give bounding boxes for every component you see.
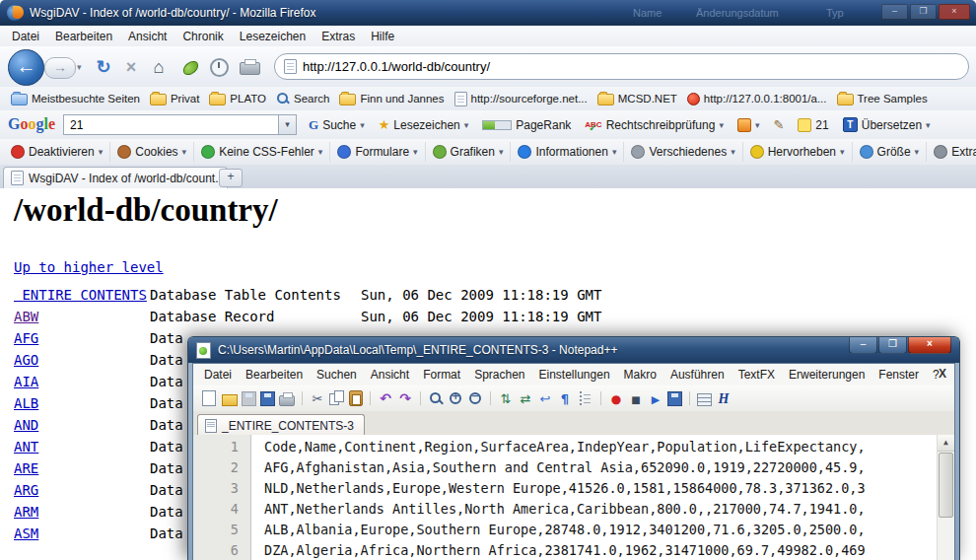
webdev-menu-button[interactable]: Deaktivieren [4, 142, 110, 162]
menu-item[interactable]: Erweiterungen [782, 366, 871, 384]
listing-name-link[interactable]: AGO [14, 352, 38, 368]
menu-item[interactable]: Sprachen [467, 366, 531, 384]
listing-name-link[interactable]: ARM [14, 504, 38, 520]
bookmark-item[interactable]: PLATO [204, 92, 271, 105]
toolbar-separator[interactable] [370, 391, 371, 405]
find-icon[interactable] [428, 390, 444, 406]
webdev-menu-button[interactable]: Grafiken [426, 142, 512, 162]
toolbar-separator[interactable] [420, 391, 421, 405]
menu-item[interactable]: Format [416, 366, 467, 384]
webdev-menu-button[interactable]: Formulare [330, 142, 425, 162]
address-bar[interactable]: http://127.0.0.1/world-db/country/ [274, 53, 969, 80]
bookmark-item[interactable]: Tree Samples [832, 92, 933, 105]
undo-icon[interactable] [378, 390, 393, 406]
menu-item[interactable]: Ausführen [663, 366, 732, 384]
menu-item[interactable]: Bearbeiten [47, 28, 120, 45]
webdev-menu-button[interactable]: Keine CSS-Fehler [194, 142, 330, 162]
stop-macro-icon[interactable] [628, 390, 644, 406]
sync-horizontal-scroll-icon[interactable] [518, 390, 533, 406]
pagerank-indicator[interactable]: PageRank [475, 118, 578, 132]
toolbar-separator[interactable] [600, 391, 601, 405]
autofill-button[interactable] [766, 117, 791, 132]
save-macro-icon[interactable] [667, 391, 682, 406]
open-file-icon[interactable] [222, 394, 238, 406]
bookmark-item[interactable]: http://127.0.0.1:8001/a... [682, 93, 832, 105]
stop-icon[interactable] [120, 56, 142, 78]
menu-item[interactable]: Bearbeiten [239, 366, 310, 384]
webdev-menu-button[interactable]: Extras [927, 142, 976, 162]
print-icon[interactable] [240, 62, 260, 75]
toolbar-separator[interactable] [689, 391, 690, 405]
menu-item[interactable]: Lesezeichen [232, 28, 314, 45]
menu-item[interactable]: TextFX [732, 366, 782, 384]
bookmark-item[interactable]: Meistbesuchte Seiten [6, 92, 145, 105]
play-macro-icon[interactable] [648, 390, 663, 406]
address-input[interactable]: http://127.0.0.1/world-db/country/ [303, 59, 490, 74]
listing-name-link[interactable]: AND [14, 417, 38, 433]
word-wrap-icon[interactable] [537, 390, 553, 406]
webdev-menu-button[interactable]: Größe [853, 142, 928, 162]
translate-button[interactable]: Übersetzen [836, 117, 938, 132]
menu-item[interactable]: Suchen [310, 366, 364, 384]
scrollbar-thumb[interactable] [939, 453, 953, 518]
browser-tab[interactable]: WsgiDAV - Index of /world-db/count... [3, 167, 228, 188]
webdev-menu-button[interactable]: Hervorheben [743, 142, 853, 162]
redo-icon[interactable] [397, 390, 413, 406]
reload-icon[interactable] [93, 56, 114, 78]
listing-name-link[interactable]: ALB [14, 395, 38, 411]
record-macro-icon[interactable] [608, 390, 624, 406]
home-icon[interactable] [148, 56, 170, 78]
listing-name-link[interactable]: ARG [14, 482, 38, 498]
paste-icon[interactable] [349, 390, 363, 406]
bookmark-item[interactable]: Privat [145, 92, 204, 105]
zoom-in-icon[interactable] [448, 390, 463, 406]
menu-item[interactable]: Datei [197, 366, 239, 384]
menu-item[interactable]: Einstellungen [532, 366, 617, 384]
up-to-higher-level-link[interactable]: Up to higher level [14, 259, 164, 275]
new-tab-button[interactable]: + [219, 169, 243, 187]
webdev-menu-button[interactable]: Verschiedenes [624, 142, 742, 162]
google-search-button[interactable]: GSuche [302, 117, 372, 133]
print-icon[interactable] [279, 395, 295, 406]
doc-switcher-icon[interactable] [697, 393, 712, 406]
listing-name-link[interactable]: ABW [14, 309, 38, 324]
google-search-input[interactable]: 21 [63, 114, 297, 135]
menu-item[interactable]: Ansicht [120, 28, 174, 45]
menu-item[interactable]: Datei [4, 28, 47, 45]
menu-item[interactable]: Makro [617, 366, 663, 384]
bookmark-item[interactable]: Search [271, 92, 334, 105]
listing-name-link[interactable]: ANT [14, 439, 38, 455]
notepadpp-titlebar[interactable]: C:\Users\Martin\AppData\Local\Temp\_ENTI… [188, 337, 959, 363]
menu-item[interactable]: Hilfe [363, 28, 402, 45]
menu-item[interactable]: Ansicht [364, 366, 416, 384]
webdev-menu-button[interactable]: Informationen [511, 142, 624, 162]
google-search-value[interactable]: 21 [70, 118, 83, 132]
search-history-dropdown-icon[interactable] [278, 115, 296, 134]
zoom-out-icon[interactable] [467, 390, 483, 406]
listing-name-link[interactable]: AFG [14, 330, 38, 346]
google-sites-button[interactable] [731, 118, 767, 132]
toolbar-separator[interactable] [490, 391, 491, 405]
toolbar-separator[interactable] [302, 391, 303, 405]
indent-guide-icon[interactable] [580, 391, 591, 405]
minimize-button[interactable]: – [849, 337, 877, 354]
highlight-term-button[interactable]: 21 [791, 118, 835, 132]
sync-vertical-scroll-icon[interactable] [498, 390, 514, 406]
bookmark-item[interactable]: MCSD.NET [593, 92, 682, 105]
close-document-icon[interactable]: X [939, 367, 946, 381]
listing-name-link[interactable]: AIA [14, 374, 38, 389]
document-tab[interactable]: _ENTIRE_CONTENTS-3 [197, 414, 365, 436]
bookmark-item[interactable]: http://sourceforge.net... [450, 92, 593, 106]
minimize-button[interactable]: – [881, 4, 908, 20]
listing-name-link[interactable]: ARE [14, 460, 38, 476]
leaf-addon-icon[interactable] [180, 59, 200, 77]
close-button[interactable]: × [939, 4, 970, 20]
menu-item[interactable]: Chronik [174, 28, 231, 45]
function-list-icon[interactable] [716, 390, 732, 406]
history-clock-icon[interactable] [210, 58, 229, 77]
save-icon[interactable] [242, 391, 256, 406]
copy-icon[interactable] [329, 390, 345, 406]
listing-name-link[interactable]: ASM [14, 525, 38, 541]
text-editor[interactable]: 1Code,Name,Continent,Region,SurfaceArea,… [193, 435, 954, 560]
bookmark-item[interactable]: Finn und Jannes [334, 92, 449, 105]
